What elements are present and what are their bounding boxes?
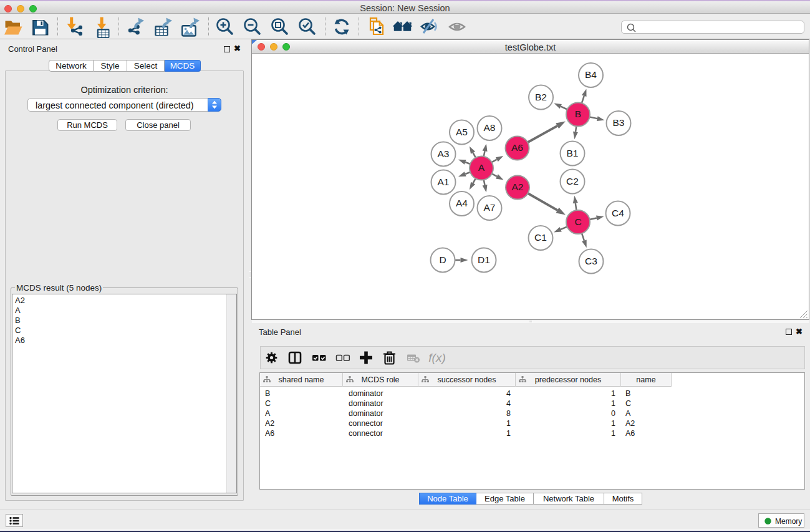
svg-text:B3: B3 bbox=[613, 117, 625, 128]
svg-text:D1: D1 bbox=[478, 254, 490, 265]
svg-text:A3: A3 bbox=[438, 148, 450, 159]
svg-text:A2: A2 bbox=[512, 181, 524, 192]
svg-text:C: C bbox=[574, 216, 581, 227]
svg-text:B4: B4 bbox=[585, 69, 597, 80]
svg-text:A5: A5 bbox=[456, 127, 468, 137]
svg-text:C2: C2 bbox=[566, 176, 579, 186]
svg-text:B2: B2 bbox=[535, 92, 547, 102]
svg-text:B: B bbox=[575, 109, 581, 119]
svg-text:A7: A7 bbox=[484, 202, 496, 213]
svg-text:C4: C4 bbox=[612, 208, 624, 218]
svg-text:A4: A4 bbox=[456, 198, 468, 208]
svg-text:C1: C1 bbox=[534, 232, 547, 243]
svg-text:A: A bbox=[478, 162, 485, 173]
svg-text:f(x): f(x) bbox=[428, 351, 445, 364]
svg-text:A1: A1 bbox=[438, 177, 450, 187]
svg-text:D: D bbox=[439, 254, 446, 265]
svg-text:C3: C3 bbox=[585, 256, 597, 266]
svg-text:A8: A8 bbox=[484, 122, 496, 133]
svg-text:A6: A6 bbox=[511, 142, 523, 153]
svg-text:B1: B1 bbox=[567, 148, 579, 158]
